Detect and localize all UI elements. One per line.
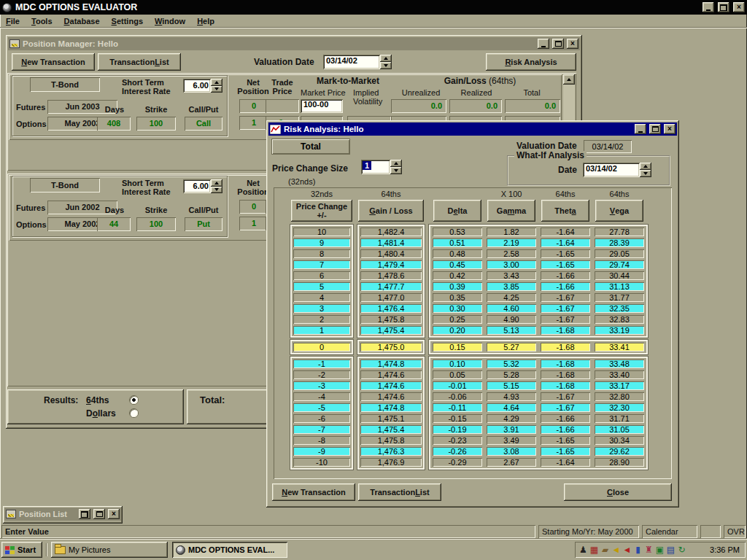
what-if-date-field[interactable]: 03/14/02 bbox=[583, 163, 640, 177]
risk-cell: -1.67 bbox=[541, 304, 590, 313]
tray-scheduler-icon[interactable]: ▦ bbox=[589, 542, 600, 557]
pm-close-button[interactable]: × bbox=[567, 39, 578, 49]
menu-file[interactable]: File bbox=[0, 15, 26, 28]
restore-button[interactable] bbox=[718, 2, 729, 12]
rate-spinner[interactable] bbox=[211, 79, 222, 93]
risk-cell: 3.43 bbox=[487, 271, 536, 280]
group-gain-loss: 1,482.41,481.41,480.41,479.41,478.61,477… bbox=[357, 225, 425, 338]
col-vega-header[interactable]: Vega bbox=[595, 200, 643, 222]
tray-alert-icon[interactable]: ♜ bbox=[643, 542, 654, 557]
ra-total-tab[interactable]: Total bbox=[272, 139, 349, 154]
rate-field[interactable]: 6.00 bbox=[183, 179, 211, 193]
mark-to-market-label: Mark-to-Market bbox=[302, 77, 394, 85]
start-button[interactable]: Start bbox=[1, 542, 42, 558]
position-manager-icon bbox=[9, 39, 20, 48]
risk-analysis-button[interactable]: Risk Analysis bbox=[486, 53, 576, 71]
risk-cell: 1,479.4 bbox=[360, 260, 422, 269]
risk-cell: 1.82 bbox=[487, 228, 536, 236]
menu-tools[interactable]: Tools bbox=[26, 15, 58, 28]
pl-maximize-button[interactable] bbox=[93, 509, 105, 519]
risk-cell: 3.08 bbox=[487, 447, 536, 456]
risk-cell: 1,476.9 bbox=[360, 458, 422, 467]
valuation-date-spinner[interactable] bbox=[380, 55, 392, 69]
spin-down-icon[interactable] bbox=[211, 86, 222, 93]
clock: 3:36 PM bbox=[710, 545, 743, 554]
tray-update-icon[interactable]: ↻ bbox=[676, 542, 687, 557]
results-dollars-radio[interactable] bbox=[130, 409, 138, 417]
col-theta-header[interactable]: Theta bbox=[541, 200, 589, 222]
spin-up-icon[interactable] bbox=[380, 55, 392, 62]
ra-new-transaction-button[interactable]: New Transaction bbox=[272, 483, 355, 501]
risk-cell: -0.26 bbox=[433, 447, 482, 456]
instrument-name: T-Bond bbox=[30, 77, 100, 92]
risk-cell: -1.67 bbox=[541, 293, 590, 302]
risk-cell: 32.80 bbox=[595, 392, 644, 401]
spin-up-icon[interactable] bbox=[640, 163, 651, 170]
col-delta-header[interactable]: Delta bbox=[433, 200, 481, 222]
menu-database[interactable]: Database bbox=[58, 15, 106, 28]
spin-up-icon[interactable] bbox=[211, 179, 222, 187]
tray-display-icon[interactable]: ▣ bbox=[654, 542, 665, 557]
ra-close-button[interactable]: × bbox=[664, 124, 676, 134]
pm-new-transaction-button[interactable]: New Transaction bbox=[12, 53, 95, 71]
tray-volume-icon[interactable]: ◄ bbox=[611, 542, 622, 557]
valuation-date-field[interactable]: 03/14/02 bbox=[323, 55, 380, 69]
what-if-date-spinner[interactable] bbox=[640, 163, 651, 177]
price-change-size-field[interactable]: 1 bbox=[361, 160, 390, 174]
minimize-button[interactable] bbox=[703, 2, 714, 12]
ra-minimize-button[interactable] bbox=[635, 124, 646, 134]
pm-transaction-list-button[interactable]: Transaction List bbox=[98, 53, 181, 71]
tray-wallet-icon[interactable]: ▰ bbox=[600, 542, 611, 557]
rate-spinner[interactable] bbox=[211, 179, 222, 193]
what-if-title: What-If Analysis bbox=[514, 151, 587, 160]
price-change-size-spinner[interactable] bbox=[390, 160, 402, 174]
risk-cell: 3.49 bbox=[487, 436, 536, 445]
task-mdc-options[interactable]: MDC OPTIONS EVAL... bbox=[172, 542, 287, 558]
short-term-rate-label: Short Term Interest Rate bbox=[122, 179, 183, 196]
start-label: Start bbox=[18, 545, 36, 554]
risk-cell: -8 bbox=[293, 436, 350, 445]
col-price-change-header[interactable]: Price Change +/- bbox=[291, 200, 352, 222]
task-my-pictures[interactable]: My Pictures bbox=[51, 542, 168, 558]
tray-battery-icon[interactable]: ▮ bbox=[632, 542, 643, 557]
pl-close-button[interactable]: × bbox=[108, 509, 120, 519]
rate-field[interactable]: 6.00 bbox=[183, 79, 211, 93]
tray-mute-icon[interactable]: ◄ bbox=[622, 542, 632, 557]
ra-close-button-bottom[interactable]: Close bbox=[564, 483, 672, 501]
ra-maximize-button[interactable] bbox=[649, 124, 661, 134]
status-ovr: OVR bbox=[724, 525, 746, 538]
market-price-field[interactable]: 100-00 bbox=[301, 99, 343, 113]
spin-down-icon[interactable] bbox=[380, 62, 392, 69]
scroll-up-icon[interactable] bbox=[563, 74, 575, 85]
ra-transaction-list-button[interactable]: Transaction List bbox=[358, 483, 441, 501]
risk-cell: 31.71 bbox=[595, 414, 644, 423]
tray-user-icon[interactable]: ♟ bbox=[578, 542, 589, 557]
risk-cell: -0.06 bbox=[433, 392, 482, 401]
risk-cell: 0.10 bbox=[433, 359, 482, 368]
risk-cell: -3 bbox=[293, 381, 350, 390]
close-button[interactable]: × bbox=[733, 2, 745, 12]
risk-cell: -0.19 bbox=[433, 425, 482, 434]
app-icon bbox=[176, 545, 185, 555]
results-64ths-radio[interactable] bbox=[130, 396, 138, 404]
menu-window[interactable]: Window bbox=[149, 15, 191, 28]
menu-help[interactable]: Help bbox=[191, 15, 220, 28]
risk-cell: 0.42 bbox=[433, 271, 482, 280]
pm-minimize-button[interactable] bbox=[538, 39, 549, 49]
pm-maximize-button[interactable] bbox=[552, 39, 564, 49]
col-gain-loss-header[interactable]: Gain / Loss bbox=[358, 200, 424, 222]
spin-down-icon[interactable] bbox=[390, 167, 402, 174]
spin-down-icon[interactable] bbox=[640, 170, 651, 177]
spin-down-icon[interactable] bbox=[211, 187, 222, 194]
spin-up-icon[interactable] bbox=[211, 79, 222, 86]
col-gamma-header[interactable]: Gamma bbox=[487, 200, 535, 222]
menu-settings[interactable]: Settings bbox=[106, 15, 149, 28]
tray-network-icon[interactable]: ▤ bbox=[665, 542, 676, 557]
risk-cell: -1.64 bbox=[541, 238, 590, 247]
risk-rows-zero: 0 1,475.0 0.155.27-1.6833.41 bbox=[290, 340, 672, 354]
group-price-change: -1-2-3-4-5-6-7-8-9-10 bbox=[290, 357, 353, 470]
status-calendar-days: Calendar Days bbox=[642, 525, 697, 538]
risk-cell: -10 bbox=[293, 458, 350, 467]
pl-restore-button[interactable] bbox=[79, 509, 90, 519]
spin-up-icon[interactable] bbox=[390, 160, 402, 167]
